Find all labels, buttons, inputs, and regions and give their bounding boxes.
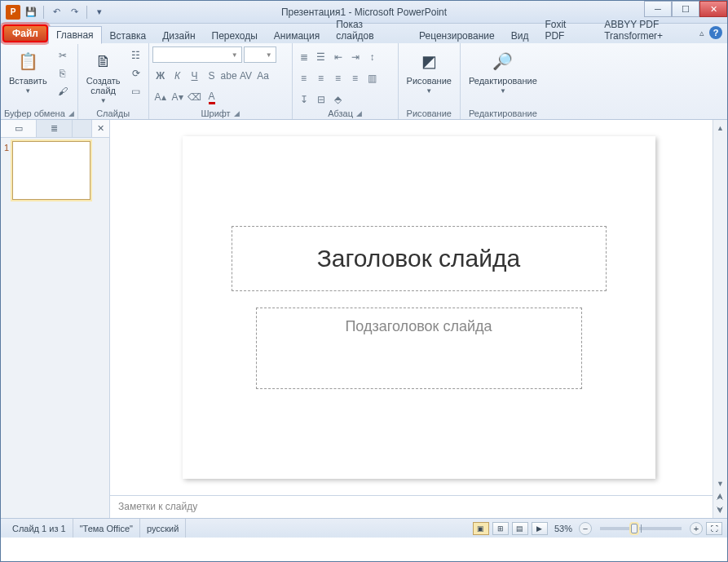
scroll-up-icon[interactable]: ▲ — [713, 122, 727, 135]
qat-save-icon[interactable]: 💾 — [24, 5, 38, 20]
panel-tabs: ▭ ≣ ✕ — [1, 120, 109, 138]
indent-inc-icon[interactable]: ⇥ — [347, 49, 364, 65]
dialog-launcher-icon[interactable]: ◢ — [68, 109, 74, 117]
drawing-button[interactable]: ◩ Рисование ▼ — [402, 46, 457, 96]
columns-icon[interactable]: ▥ — [364, 70, 381, 86]
text-direction-icon[interactable]: ↧ — [296, 91, 312, 108]
zoom-slider[interactable] — [600, 527, 682, 530]
view-reading-icon[interactable]: ▤ — [512, 522, 528, 535]
bold-icon[interactable]: Ж — [152, 68, 169, 84]
statusbar: Слайд 1 из 1 "Тема Office" русский ▣ ⊞ ▤… — [1, 518, 727, 538]
help-icon[interactable]: ? — [709, 26, 722, 39]
new-slide-button[interactable]: 🗎 Создать слайд ▼ — [82, 46, 126, 106]
copy-icon[interactable]: ⎘ — [54, 64, 72, 82]
notes-pane[interactable]: Заметки к слайду — [110, 495, 727, 518]
fit-to-window-icon[interactable]: ⛶ — [706, 522, 722, 535]
qat-redo-icon[interactable]: ↷ — [67, 5, 82, 20]
zoom-in-button[interactable]: + — [690, 522, 703, 535]
shapes-icon: ◩ — [416, 48, 442, 74]
minimize-button[interactable]: ─ — [644, 1, 672, 17]
italic-icon[interactable]: К — [170, 68, 186, 84]
tab-home[interactable]: Главная — [48, 26, 102, 44]
subtitle-placeholder[interactable]: Подзаголовок слайда — [256, 308, 582, 389]
indent-dec-icon[interactable]: ⇤ — [330, 49, 346, 65]
section-icon[interactable]: ▭ — [127, 82, 145, 100]
status-slide-count: Слайд 1 из 1 — [6, 519, 73, 538]
font-family-combo[interactable]: ▼ — [152, 46, 242, 63]
zoom-out-button[interactable]: − — [579, 522, 592, 535]
dialog-launcher-icon[interactable]: ◢ — [234, 109, 240, 117]
ribbon-group-paragraph: ≣ ☰ ⇤ ⇥ ↕ ≡ ≡ ≡ ≡ ▥ ↧ ⊟ ⬘ Абзац◢ — [293, 43, 399, 119]
find-icon: 🔎 — [490, 48, 516, 74]
clear-format-icon[interactable]: ⌫ — [187, 89, 203, 105]
subtitle-placeholder-text: Подзаголовок слайда — [345, 318, 492, 335]
scroll-down-icon[interactable]: ▼ — [713, 477, 727, 490]
view-sorter-icon[interactable]: ⊞ — [492, 522, 509, 535]
ribbon-group-font: ▼ ▼ Ж К Ч S abe AV Aa A▴ A▾ ⌫ A Шрифт◢ — [149, 43, 293, 119]
tab-animations[interactable]: Анимация — [266, 27, 328, 44]
font-color-icon[interactable]: A — [204, 89, 220, 105]
editing-button[interactable]: 🔎 Редактирование ▼ — [464, 46, 542, 96]
panel-tab-outline[interactable]: ≣ — [37, 120, 73, 137]
cut-icon[interactable]: ✂ — [54, 46, 72, 64]
tab-file[interactable]: Файл — [2, 24, 48, 42]
ribbon-group-clipboard: 📋 Вставить ▼ ✂ ⎘ 🖌 Буфер обмена◢ — [1, 43, 78, 119]
align-left-icon[interactable]: ≡ — [296, 70, 312, 86]
spacing-icon[interactable]: AV — [238, 68, 254, 84]
ribbon-group-editing: 🔎 Редактирование ▼ Редактирование — [461, 43, 545, 119]
layout-icon[interactable]: ☷ — [127, 46, 145, 64]
title-placeholder-text: Заголовок слайда — [317, 245, 521, 272]
slide[interactable]: Заголовок слайда Подзаголовок слайда — [183, 136, 655, 479]
grow-font-icon[interactable]: A▴ — [152, 89, 169, 105]
prev-slide-icon[interactable]: ⮝ — [713, 490, 727, 503]
close-button[interactable]: ✕ — [699, 1, 727, 17]
tab-view[interactable]: Вид — [503, 27, 537, 44]
panel-tab-slides[interactable]: ▭ — [1, 120, 37, 137]
status-language[interactable]: русский — [140, 519, 186, 538]
app-icon[interactable]: P — [6, 5, 20, 20]
quick-access-toolbar: P 💾 ↶ ↷ ▾ — [1, 5, 107, 20]
ribbon-minimize-icon[interactable]: ▵ — [699, 28, 704, 38]
chevron-down-icon: ▼ — [426, 87, 432, 95]
align-text-icon[interactable]: ⊟ — [313, 91, 329, 108]
qat-undo-icon[interactable]: ↶ — [49, 5, 64, 20]
status-theme: "Тема Office" — [73, 519, 140, 538]
notes-placeholder: Заметки к слайду — [118, 501, 197, 512]
format-painter-icon[interactable]: 🖌 — [54, 82, 72, 100]
case-icon[interactable]: Aa — [255, 68, 271, 84]
panel-close-icon[interactable]: ✕ — [91, 120, 109, 137]
numbering-icon[interactable]: ☰ — [313, 49, 329, 65]
align-center-icon[interactable]: ≡ — [313, 70, 329, 86]
view-normal-icon[interactable]: ▣ — [473, 522, 489, 535]
zoom-percent[interactable]: 53% — [554, 524, 572, 533]
vertical-scrollbar[interactable]: ▲ ▼ ⮝ ⮟ — [713, 120, 727, 518]
shrink-font-icon[interactable]: A▾ — [170, 89, 186, 105]
line-spacing-icon[interactable]: ↕ — [364, 49, 381, 65]
strike-icon[interactable]: S — [204, 68, 220, 84]
workspace: ▭ ≣ ✕ 1 Заголовок слайда Подзаголовок сл… — [1, 120, 727, 518]
view-slideshow-icon[interactable]: ▶ — [532, 522, 548, 535]
tab-transitions[interactable]: Переходы — [204, 27, 266, 44]
dialog-launcher-icon[interactable]: ◢ — [356, 109, 362, 117]
underline-icon[interactable]: Ч — [187, 68, 203, 84]
justify-icon[interactable]: ≡ — [347, 70, 364, 86]
slide-thumbnail[interactable]: 1 — [4, 141, 106, 200]
tab-insert[interactable]: Вставка — [102, 27, 155, 44]
reset-icon[interactable]: ⟳ — [127, 64, 145, 82]
bullets-icon[interactable]: ≣ — [296, 49, 312, 65]
shadow-icon[interactable]: abe — [221, 68, 237, 84]
smartart-icon[interactable]: ⬘ — [330, 91, 346, 108]
group-label-clipboard: Буфер обмена — [4, 108, 65, 118]
tab-slideshow[interactable]: Показ слайдов — [328, 15, 411, 44]
tab-design[interactable]: Дизайн — [154, 27, 203, 44]
next-slide-icon[interactable]: ⮟ — [713, 503, 727, 516]
maximize-button[interactable]: ☐ — [672, 1, 699, 17]
tab-foxit[interactable]: Foxit PDF — [536, 15, 596, 44]
group-label-slides: Слайды — [96, 108, 130, 118]
title-placeholder[interactable]: Заголовок слайда — [232, 226, 607, 291]
tab-review[interactable]: Рецензирование — [411, 27, 503, 44]
align-right-icon[interactable]: ≡ — [330, 70, 346, 86]
font-size-combo[interactable]: ▼ — [244, 46, 276, 63]
qat-customize-icon[interactable]: ▾ — [92, 5, 107, 20]
paste-button[interactable]: 📋 Вставить ▼ — [4, 46, 52, 96]
